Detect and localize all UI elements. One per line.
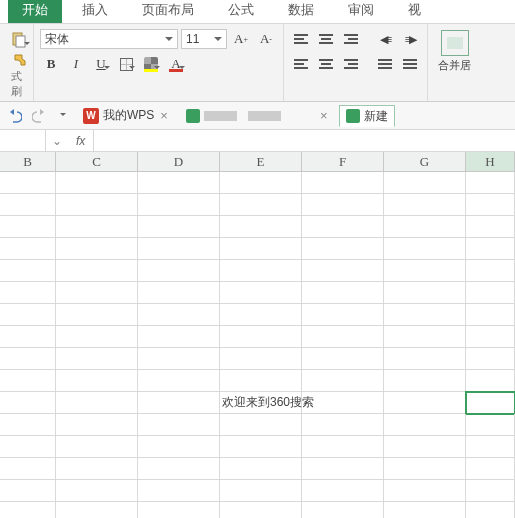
tab-review[interactable]: 审阅 <box>334 0 388 23</box>
align-left-button[interactable] <box>290 53 312 75</box>
font-color-button[interactable]: A <box>165 53 187 75</box>
fill-color-button[interactable] <box>140 53 162 75</box>
wps-logo-icon: W <box>83 108 99 124</box>
grow-font-button[interactable]: A+ <box>230 28 252 50</box>
group-merge: 合并居 <box>428 24 481 101</box>
bold-button[interactable]: B <box>40 53 62 75</box>
align-right-button[interactable] <box>340 53 362 75</box>
align-middle-button[interactable] <box>315 28 337 50</box>
fx-label[interactable]: fx <box>68 130 94 151</box>
tab-data[interactable]: 数据 <box>274 0 328 23</box>
doc-tab-wps[interactable]: W 我的WPS × <box>76 105 177 127</box>
qa-dropdown[interactable] <box>52 105 74 127</box>
tab-insert[interactable]: 插入 <box>68 0 122 23</box>
spreadsheet-icon <box>186 109 200 123</box>
close-icon[interactable]: × <box>318 108 330 123</box>
cell-welcome[interactable]: 欢迎来到360搜索 <box>220 392 302 414</box>
undo-button[interactable] <box>4 105 26 127</box>
tab-formula[interactable]: 公式 <box>214 0 268 23</box>
decrease-indent-button[interactable]: ◀≡ <box>374 28 396 50</box>
align-bottom-button[interactable] <box>340 28 362 50</box>
doc-tab-2[interactable]: × <box>179 105 337 127</box>
tab-page-layout[interactable]: 页面布局 <box>128 0 208 23</box>
merge-center-button[interactable]: 合并居 <box>434 28 475 75</box>
group-font: 宋体 11 A+ A- B I U A <box>34 24 284 101</box>
ribbon-tabs: 开始 插入 页面布局 公式 数据 审阅 视 <box>0 0 515 24</box>
format-painter-button[interactable] <box>6 51 34 69</box>
tab-home[interactable]: 开始 <box>8 0 62 23</box>
quick-access-bar: W 我的WPS × × 新建 <box>0 102 515 130</box>
column-headers: B C D E F G H <box>0 152 515 172</box>
col-header-H[interactable]: H <box>466 152 515 171</box>
shrink-font-button[interactable]: A- <box>255 28 277 50</box>
col-header-F[interactable]: F <box>302 152 384 171</box>
paste-button[interactable] <box>6 28 32 51</box>
merge-icon <box>441 30 469 56</box>
font-size-select[interactable]: 11 <box>181 29 227 49</box>
tab-view[interactable]: 视 <box>394 0 435 23</box>
active-cell[interactable] <box>466 392 515 414</box>
col-header-E[interactable]: E <box>220 152 302 171</box>
col-header-B[interactable]: B <box>0 152 56 171</box>
italic-button[interactable]: I <box>65 53 87 75</box>
doc-tab-new[interactable]: 新建 <box>339 105 395 127</box>
group-alignment: ◀≡ ≡▶ <box>284 24 428 101</box>
format-painter-label: 式刷 <box>6 69 27 99</box>
ribbon: 式刷 宋体 11 A+ A- B I U A ◀≡ ≡▶ <box>0 24 515 102</box>
borders-button[interactable] <box>115 53 137 75</box>
redo-button[interactable] <box>28 105 50 127</box>
col-header-G[interactable]: G <box>384 152 466 171</box>
font-name-select[interactable]: 宋体 <box>40 29 178 49</box>
justify-button[interactable] <box>374 53 396 75</box>
col-header-C[interactable]: C <box>56 152 138 171</box>
formula-bar: ⌄ fx <box>0 130 515 152</box>
spreadsheet-grid[interactable]: // placeholder so structure below is sta… <box>0 172 515 518</box>
col-header-D[interactable]: D <box>138 152 220 171</box>
increase-indent-button[interactable]: ≡▶ <box>399 28 421 50</box>
underline-button[interactable]: U <box>90 53 112 75</box>
spreadsheet-icon <box>346 109 360 123</box>
wrap-text-button[interactable] <box>399 53 421 75</box>
fx-cancel-icon[interactable]: ⌄ <box>46 134 68 148</box>
align-top-button[interactable] <box>290 28 312 50</box>
align-center-button[interactable] <box>315 53 337 75</box>
group-clipboard: 式刷 <box>0 24 34 101</box>
close-icon[interactable]: × <box>158 108 170 123</box>
name-box[interactable] <box>0 130 46 151</box>
